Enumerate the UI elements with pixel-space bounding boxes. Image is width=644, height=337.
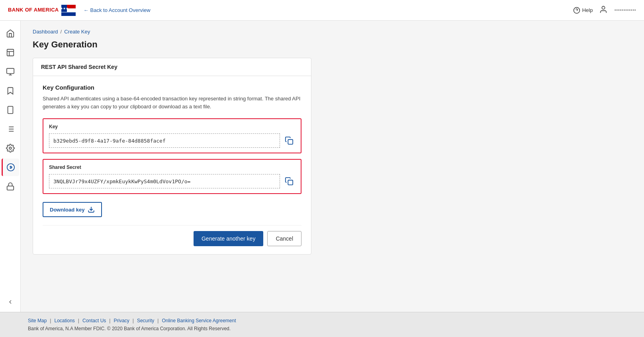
svg-rect-2 [61, 12, 76, 16]
lock-icon [6, 182, 15, 191]
footer-link-privacy[interactable]: Privacy [114, 318, 129, 323]
header-right: Help •••••••••••• [573, 5, 636, 15]
footer-link-contact-us[interactable]: Contact Us [82, 318, 106, 323]
breadcrumb-separator: / [61, 29, 62, 35]
copy-key-button[interactable] [283, 135, 295, 147]
key-config-title: Key Configuration [43, 84, 301, 91]
main-layout: Dashboard / Create Key Key Generation RE… [0, 21, 644, 312]
svg-rect-26 [288, 139, 293, 144]
help-icon [573, 7, 580, 14]
footer-link-oba[interactable]: Online Banking Service Agreement [162, 318, 236, 323]
svg-rect-25 [7, 186, 14, 190]
copy-shared-secret-button[interactable] [283, 175, 295, 187]
dollar-icon [6, 163, 15, 172]
card-body: Key Configuration Shared API authenticat… [33, 76, 311, 254]
sidebar-item-monitor[interactable] [2, 63, 19, 80]
sidebar-item-home[interactable] [2, 25, 19, 42]
logo-flag: ★★★ [61, 5, 76, 16]
person-icon [599, 5, 608, 14]
shared-secret-field-row: 3NQLBVJr79x4UZFY/xpmkEuykKwPyS4m0LdVov1P… [49, 174, 295, 188]
svg-rect-8 [7, 49, 14, 56]
monitor-icon [6, 67, 15, 76]
header: BANK OF AMERICA ★★★ ← Back to Account Ov… [0, 0, 644, 21]
back-to-overview-link[interactable]: ← Back to Account Overview [84, 7, 151, 13]
key-label: Key [49, 124, 295, 129]
copy-icon [285, 136, 294, 145]
footer-link-site-map[interactable]: Site Map [28, 318, 47, 323]
sidebar-item-reports[interactable] [2, 44, 19, 61]
shared-secret-value-display: 3NQLBVJr79x4UZFY/xpmkEuykKwPyS4m0LdVov1P… [49, 174, 280, 188]
svg-rect-11 [6, 69, 14, 74]
user-avatar[interactable] [599, 5, 608, 15]
svg-text:★★★: ★★★ [61, 7, 69, 10]
back-arrow: ← [84, 7, 89, 13]
chart-icon [6, 48, 15, 57]
user-name-display: •••••••••••• [614, 7, 636, 13]
footer-links: Site Map | Locations | Contact Us | Priv… [28, 318, 616, 323]
key-generation-card: REST API Shared Secret Key Key Configura… [33, 58, 311, 255]
footer-link-security[interactable]: Security [137, 318, 154, 323]
copy-icon-2 [285, 177, 294, 186]
download-key-button[interactable]: Download key [43, 202, 102, 217]
bookmark-icon [6, 86, 15, 95]
sidebar-item-bookmarks[interactable] [2, 82, 19, 100]
sidebar-collapse-button[interactable] [2, 296, 19, 308]
flag-icon: ★★★ [61, 5, 76, 16]
list-icon [6, 125, 15, 133]
sidebar-item-settings[interactable] [2, 139, 19, 157]
generate-another-key-button[interactable]: Generate another key [194, 231, 263, 246]
gear-icon [6, 144, 15, 153]
main-content: Dashboard / Create Key Key Generation RE… [21, 21, 644, 312]
key-field-group: Key b329ebd5-d9f8-4a17-9afe-84d8858facef [43, 118, 301, 153]
sidebar-item-payments[interactable] [2, 159, 19, 176]
device-icon [6, 106, 15, 114]
svg-point-7 [602, 6, 605, 9]
header-left: BANK OF AMERICA ★★★ ← Back to Account Ov… [8, 5, 151, 16]
sidebar-item-devices[interactable] [2, 101, 19, 119]
footer: Site Map | Locations | Contact Us | Priv… [0, 312, 644, 337]
shared-secret-label: Shared Secret [49, 165, 295, 170]
download-key-label: Download key [50, 207, 84, 213]
home-icon [6, 29, 15, 38]
shared-secret-field-group: Shared Secret 3NQLBVJr79x4UZFY/xpmkEuykK… [43, 159, 301, 194]
logo-text: BANK OF AMERICA [8, 7, 59, 13]
svg-point-22 [9, 147, 12, 149]
sidebar [0, 21, 21, 312]
cancel-button[interactable]: Cancel [267, 231, 301, 246]
svg-rect-27 [288, 180, 293, 185]
footer-link-locations[interactable]: Locations [54, 318, 74, 323]
page-title: Key Generation [33, 39, 632, 50]
download-icon [88, 206, 95, 213]
key-value-display: b329ebd5-d9f8-4a17-9afe-84d8858facef [49, 133, 280, 148]
key-field-row: b329ebd5-d9f8-4a17-9afe-84d8858facef [49, 133, 295, 148]
footer-copyright: Bank of America, N.A Member FDIC. © 2020… [28, 326, 616, 331]
help-button[interactable]: Help [573, 7, 593, 14]
bank-of-america-logo: BANK OF AMERICA ★★★ [8, 5, 76, 16]
chevron-left-icon [7, 299, 14, 305]
sidebar-item-list[interactable] [2, 120, 19, 138]
key-config-description: Shared API authenticates using a base-64… [43, 95, 301, 110]
action-row: Generate another key Cancel [43, 225, 301, 246]
card-header: REST API Shared Secret Key [33, 58, 311, 76]
breadcrumb-dashboard-link[interactable]: Dashboard [33, 29, 58, 35]
breadcrumb-current: Create Key [64, 29, 90, 35]
sidebar-item-security[interactable] [2, 178, 19, 195]
breadcrumb: Dashboard / Create Key [33, 29, 632, 35]
